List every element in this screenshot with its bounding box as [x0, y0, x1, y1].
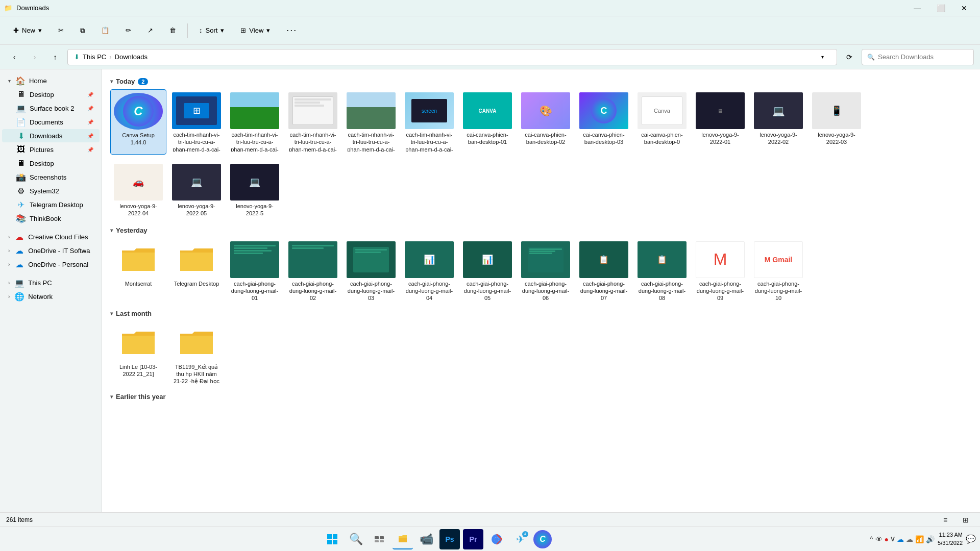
telegram-taskbar-button[interactable]: ✈ 4: [510, 529, 530, 549]
sidebar-item-desktop[interactable]: 🖥 Desktop 📌: [2, 88, 100, 101]
file-item-gmail-2[interactable]: cach-giai-phong-dung-luong-g-mail-02: [285, 238, 341, 304]
file-item-gmail-7[interactable]: 📋 cach-giai-phong-dung-luong-g-mail-07: [576, 238, 632, 304]
rename-button[interactable]: ✏: [118, 21, 138, 40]
file-item-cach-4[interactable]: cach-tim-nhanh-vi-tri-luu-tru-cu-a-phan-…: [343, 89, 399, 155]
file-item-gmail-3[interactable]: cach-giai-phong-dung-luong-g-mail-03: [343, 238, 399, 304]
file-item-lenovo-5[interactable]: 💻 lenovo-yoga-9-2022-05: [168, 161, 225, 220]
up-button[interactable]: ↑: [47, 49, 63, 65]
maximize-button[interactable]: ⬜: [929, 0, 952, 16]
breadcrumb[interactable]: ⬇ This PC › Downloads ▾: [67, 49, 837, 65]
file-item-canva-screen-1[interactable]: CANVA cai-canva-phien-ban-desktop-01: [459, 89, 516, 155]
last-month-section-header[interactable]: ▾ Last month: [110, 310, 972, 317]
meet-taskbar-button[interactable]: 📹: [416, 529, 436, 549]
copy-button[interactable]: ⧉: [73, 21, 92, 40]
file-item-tb1199[interactable]: TB1199_Kết quả thu hp HKII năm 21-22 -hệ…: [168, 321, 225, 387]
view-label: View: [249, 27, 263, 34]
today-section-header[interactable]: ▾ Today 2: [110, 78, 972, 85]
file-item-gmail-6[interactable]: cach-giai-phong-dung-luong-g-mail-06: [518, 238, 574, 304]
cut-button[interactable]: ✂: [51, 21, 71, 40]
file-item-canva-screen-3[interactable]: C cai-canva-phien-ban-desktop-03: [576, 89, 632, 155]
onedrive-it-expand-icon: ›: [8, 248, 10, 254]
file-item-montserrat[interactable]: Montserrat: [110, 238, 166, 304]
search-box[interactable]: 🔍: [862, 49, 974, 65]
yesterday-section-header[interactable]: ▾ Yesterday: [110, 227, 972, 234]
sidebar-item-telegram-desktop[interactable]: ✈ Telegram Desktop: [2, 198, 100, 211]
file-item-canva-setup[interactable]: C Canva Setup 1.44.0: [110, 89, 166, 155]
minimize-button[interactable]: —: [905, 0, 929, 16]
svg-rect-1: [333, 534, 337, 539]
sort-button[interactable]: ↕ Sort ▾: [192, 21, 231, 40]
sidebar-item-downloads[interactable]: ⬇ Downloads 📌: [2, 129, 100, 142]
file-item-lenovo-1[interactable]: 🖥 lenovo-yoga-9-2022-01: [692, 89, 748, 155]
view-list-button[interactable]: ≡: [937, 512, 953, 528]
file-item-telegram-desktop-folder[interactable]: Telegram Desktop: [168, 238, 225, 304]
sidebar-item-creative-cloud[interactable]: › ☁ Creative Cloud Files: [2, 230, 100, 243]
title-bar-controls: — ⬜ ✕: [905, 0, 976, 16]
sidebar-item-pictures[interactable]: 🖼 Pictures 📌: [2, 143, 100, 156]
file-item-gmail-5[interactable]: 📊 cach-giai-phong-dung-luong-g-mail-05: [459, 238, 516, 304]
delete-button[interactable]: 🗑: [162, 21, 183, 40]
file-item-cach-1[interactable]: ⊞ cach-tim-nhanh-vi-tri-luu-tru-cu-a-pha…: [168, 89, 225, 155]
back-button[interactable]: ‹: [6, 49, 22, 65]
sidebar-item-onedrive-it[interactable]: › ☁ OneDrive - IT Softwa: [2, 244, 100, 257]
tray-wifi-icon: 📶: [915, 535, 924, 543]
file-item-lenovo-4[interactable]: 🚗 lenovo-yoga-9-2022-04: [110, 161, 166, 220]
file-explorer-taskbar-button[interactable]: [393, 529, 413, 549]
earlier-section-header[interactable]: ▾ Earlier this year: [110, 393, 972, 400]
paste-button[interactable]: 📋: [94, 21, 116, 40]
refresh-button[interactable]: ⟳: [841, 49, 857, 65]
search-taskbar-button[interactable]: 🔍: [346, 529, 366, 549]
file-item-gmail-8[interactable]: 📋 cach-giai-phong-dung-luong-g-mail-08: [634, 238, 690, 304]
sidebar-item-this-pc[interactable]: › 💻 This PC: [2, 276, 100, 289]
sidebar-item-surface[interactable]: 💻 Surface book 2 📌: [2, 102, 100, 115]
breadcrumb-this-pc: This PC: [83, 53, 106, 61]
chrome-taskbar-button[interactable]: [486, 529, 507, 549]
gmail3-thumb: [347, 241, 396, 278]
breadcrumb-dropdown[interactable]: ▾: [814, 49, 830, 65]
sidebar-item-desktop2[interactable]: 🖥 Desktop: [2, 157, 100, 170]
file-item-canva-screen-2[interactable]: 🎨 cai-canva-phien-ban-desktop-02: [518, 89, 574, 155]
file-item-lenovo-6[interactable]: 💻 lenovo-yoga-9-2022-5: [227, 161, 283, 220]
premier-taskbar-button[interactable]: Pr: [463, 529, 483, 549]
today-file-grid-2: 🚗 lenovo-yoga-9-2022-04 💻 lenovo-yoga-9-…: [110, 161, 972, 220]
more-button[interactable]: ···: [279, 21, 304, 40]
sidebar-item-screenshots[interactable]: 📸 Screenshots: [2, 170, 100, 184]
pin-icon: 📌: [87, 92, 93, 97]
file-item-gmail-1[interactable]: cach-giai-phong-dung-luong-g-mail-01: [227, 238, 283, 304]
file-item-cach-2[interactable]: cach-tim-nhanh-vi-tri-luu-tru-cu-a-phan-…: [227, 89, 283, 155]
file-item-cach-5[interactable]: screen cach-tim-nhanh-vi-tri-luu-tru-cu-…: [401, 89, 457, 155]
last-month-file-grid: Linh Le [10-03-2022 21_21] TB1199_Kết qu…: [110, 321, 972, 387]
today-chevron: ▾: [110, 79, 113, 84]
file-item-canva-screen-4[interactable]: Canva cai-canva-phien-ban-desktop-0: [634, 89, 690, 155]
sidebar-item-thinkbook[interactable]: 📚 ThinkBook: [2, 212, 100, 225]
sidebar-item-home[interactable]: ▾ 🏠 Home: [2, 74, 100, 87]
file-item-cach-3[interactable]: cach-tim-nhanh-vi-tri-luu-tru-cu-a-phan-…: [285, 89, 341, 155]
taskbar-clock[interactable]: 11:23 AM 5/31/2022: [938, 531, 963, 547]
search-input[interactable]: [878, 53, 968, 61]
close-button[interactable]: ✕: [952, 0, 976, 16]
file-item-linh-le[interactable]: Linh Le [10-03-2022 21_21]: [110, 321, 166, 387]
task-view-button[interactable]: [369, 529, 389, 549]
notification-icon[interactable]: 💬: [966, 534, 976, 544]
file-item-gmail-10[interactable]: M Gmail cach-giai-phong-dung-luong-g-mai…: [750, 238, 806, 304]
view-button[interactable]: ⊞ View ▾: [233, 21, 277, 40]
view-grid-button[interactable]: ⊞: [958, 512, 974, 528]
tray-expand-icon[interactable]: ^: [870, 535, 873, 543]
canva-taskbar-button[interactable]: C: [533, 530, 552, 548]
new-button[interactable]: ✚ New ▾: [6, 21, 49, 40]
file-item-gmail-4[interactable]: 📊 cach-giai-phong-dung-luong-g-mail-04: [401, 238, 457, 304]
file-item-lenovo-3[interactable]: 📱 lenovo-yoga-9-2022-03: [808, 89, 865, 155]
file-item-gmail-9[interactable]: M cach-giai-phong-dung-luong-g-mail-09: [692, 238, 748, 304]
today-badge: 2: [138, 78, 148, 85]
start-button[interactable]: [322, 529, 342, 549]
sidebar-item-documents[interactable]: 📄 Documents 📌: [2, 115, 100, 129]
sidebar-item-network[interactable]: › 🌐 Network: [2, 290, 100, 303]
sidebar-item-onedrive-personal[interactable]: › ☁ OneDrive - Personal: [2, 258, 100, 271]
share-button[interactable]: ↗: [140, 21, 160, 40]
gmail10-name: cach-giai-phong-dung-luong-g-mail-10: [753, 280, 803, 300]
sidebar-item-system32[interactable]: ⚙ System32: [2, 184, 100, 197]
cach2-thumb: [230, 92, 279, 129]
file-item-lenovo-2[interactable]: 💻 lenovo-yoga-9-2022-02: [750, 89, 806, 155]
photoshop-taskbar-button[interactable]: Ps: [439, 529, 460, 549]
forward-button[interactable]: ›: [27, 49, 43, 65]
